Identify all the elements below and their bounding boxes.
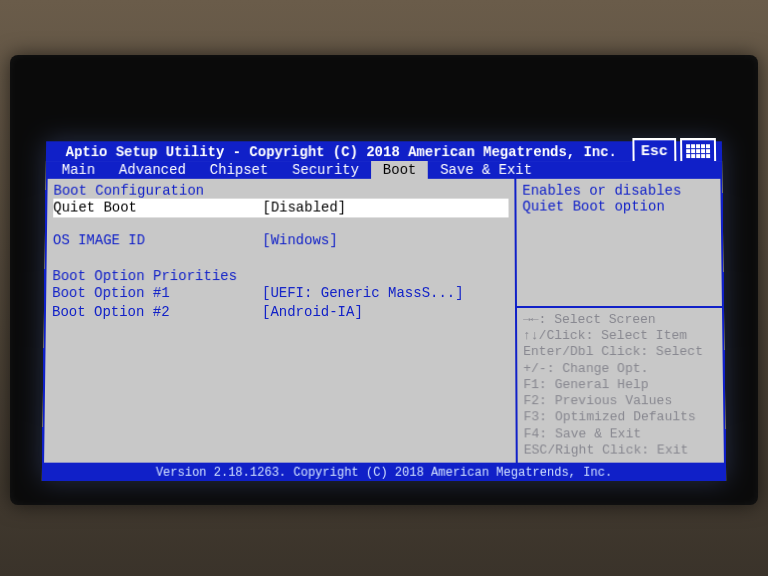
keyhelp-line: F2: Previous Values <box>523 393 717 409</box>
boot-option-2-value: [Android-IA] <box>262 303 363 322</box>
tab-main[interactable]: Main <box>50 161 108 179</box>
boot-option-2-label: Boot Option #2 <box>52 303 262 322</box>
tab-save-exit[interactable]: Save & Exit <box>428 161 544 179</box>
title-bar: Aptio Setup Utility - Copyright (C) 2018… <box>46 141 722 161</box>
tab-advanced[interactable]: Advanced <box>107 161 198 179</box>
keyhelp-line: F1: General Help <box>523 377 717 393</box>
keyhelp-line: +/-: Change Opt. <box>523 361 717 377</box>
boot-option-1-label: Boot Option #1 <box>52 284 262 303</box>
version-footer: Version 2.18.1263. Copyright (C) 2018 Am… <box>42 465 726 481</box>
os-image-value: [Windows] <box>262 231 337 250</box>
bios-screen: Aptio Setup Utility - Copyright (C) 2018… <box>42 141 726 481</box>
quiet-boot-row[interactable]: Quiet Boot [Disabled] <box>53 199 508 218</box>
boot-priorities-header: Boot Option Priorities <box>52 268 509 284</box>
tab-chipset[interactable]: Chipset <box>198 161 280 179</box>
keyhelp-line: →←: Select Screen <box>523 312 716 328</box>
quiet-boot-value: [Disabled] <box>262 199 346 218</box>
help-text-2: Quiet Boot option <box>522 199 714 215</box>
help-text-1: Enables or disables <box>522 183 714 199</box>
keyhelp-line: ESC/Right Click: Exit <box>524 442 718 458</box>
monitor-bezel: Aptio Setup Utility - Copyright (C) 2018… <box>10 55 758 505</box>
boot-option-1-value: [UEFI: Generic MassS...] <box>262 284 464 303</box>
boot-option-1-row[interactable]: Boot Option #1 [UEFI: Generic MassS...] <box>52 284 509 303</box>
quiet-boot-label: Quiet Boot <box>53 199 262 218</box>
key-help-pane: →←: Select Screen ↑↓/Click: Select Item … <box>517 308 724 463</box>
settings-pane: Boot Configuration Quiet Boot [Disabled]… <box>44 179 518 463</box>
keyhelp-line: F4: Save & Exit <box>524 426 718 442</box>
keyhelp-line: F3: Optimized Defaults <box>524 409 718 425</box>
boot-option-2-row[interactable]: Boot Option #2 [Android-IA] <box>52 303 509 322</box>
keyhelp-line: Enter/Dbl Click: Select <box>523 344 716 360</box>
os-image-label: OS IMAGE ID <box>53 231 263 250</box>
keyhelp-line: ↑↓/Click: Select Item <box>523 328 716 344</box>
tab-boot[interactable]: Boot <box>371 161 428 179</box>
boot-config-header: Boot Configuration <box>53 183 508 199</box>
tab-bar: Main Advanced Chipset Security Boot Save… <box>46 161 723 179</box>
tab-security[interactable]: Security <box>280 161 371 179</box>
os-image-row[interactable]: OS IMAGE ID [Windows] <box>53 231 509 250</box>
app-title: Aptio Setup Utility - Copyright (C) 2018… <box>50 144 633 160</box>
photo-background: Aptio Setup Utility - Copyright (C) 2018… <box>0 0 768 576</box>
help-pane: Enables or disables Quiet Boot option <box>516 179 722 306</box>
